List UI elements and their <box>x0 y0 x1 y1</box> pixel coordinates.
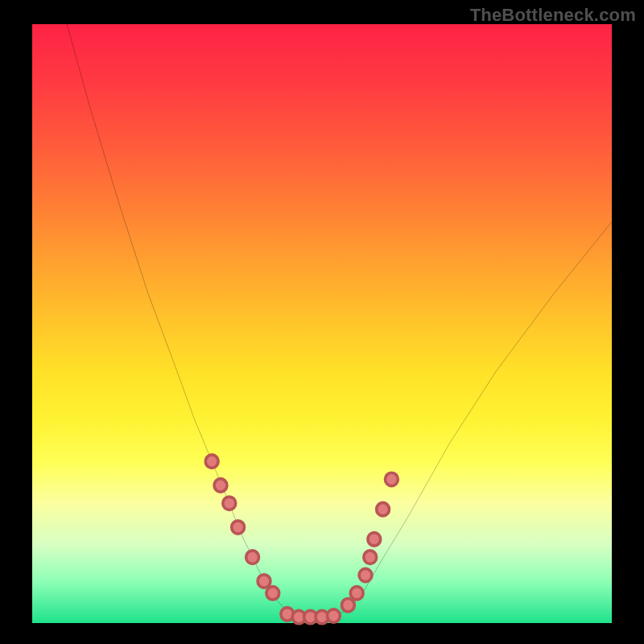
svg-point-0 <box>205 455 218 468</box>
chart-frame: TheBottleneck.com <box>0 0 644 644</box>
svg-point-15 <box>364 551 377 564</box>
svg-point-13 <box>350 587 363 600</box>
svg-point-11 <box>327 609 340 622</box>
watermark-label: TheBottleneck.com <box>470 5 636 26</box>
svg-point-4 <box>246 551 259 564</box>
svg-point-12 <box>341 598 354 611</box>
curve-svg <box>32 24 612 623</box>
svg-point-16 <box>368 533 381 546</box>
plot-area <box>32 24 612 623</box>
marker-group <box>205 455 398 624</box>
svg-point-5 <box>258 575 270 588</box>
svg-point-6 <box>266 587 279 600</box>
bottleneck-curve <box>67 24 612 617</box>
svg-point-17 <box>377 502 390 515</box>
svg-point-14 <box>359 568 372 581</box>
svg-point-3 <box>232 521 245 534</box>
svg-point-1 <box>214 479 227 492</box>
svg-point-18 <box>385 473 398 485</box>
svg-point-2 <box>223 497 236 510</box>
